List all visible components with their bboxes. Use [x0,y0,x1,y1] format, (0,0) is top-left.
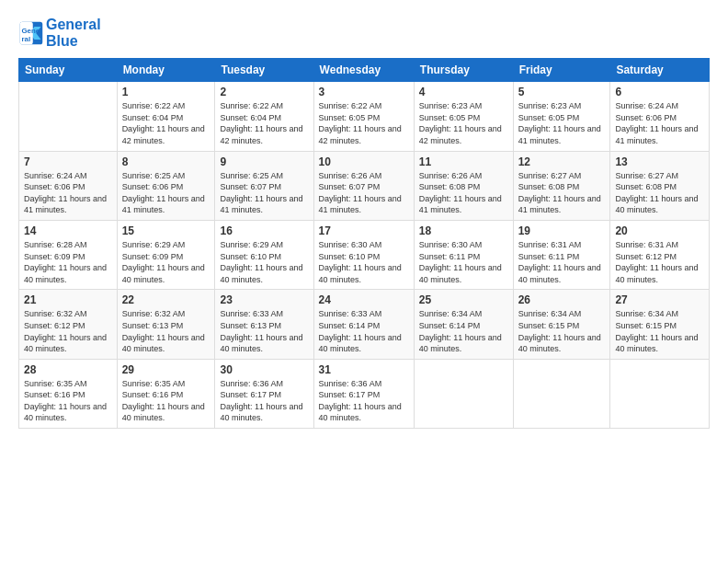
weekday-header: Wednesday [313,59,414,82]
day-info: Sunrise: 6:34 AM Sunset: 6:15 PM Dayligh… [518,308,606,354]
daylight-label: Daylight: 11 hours and 42 minutes. [319,124,402,145]
day-info: Sunrise: 6:34 AM Sunset: 6:15 PM Dayligh… [615,308,704,354]
sunset-label: Sunset: 6:16 PM [24,390,85,399]
day-info: Sunrise: 6:35 AM Sunset: 6:16 PM Dayligh… [24,378,112,424]
day-number: 8 [122,155,210,168]
daylight-label: Daylight: 11 hours and 40 minutes. [615,333,698,354]
sunset-label: Sunset: 6:09 PM [24,252,85,261]
calendar-week-row: 28 Sunrise: 6:35 AM Sunset: 6:16 PM Dayl… [19,359,710,428]
day-number: 31 [319,363,409,376]
day-info: Sunrise: 6:23 AM Sunset: 6:05 PM Dayligh… [419,100,508,146]
sunrise-label: Sunrise: 6:29 AM [220,240,283,249]
calendar-cell: 2 Sunrise: 6:22 AM Sunset: 6:04 PM Dayli… [215,82,313,151]
logo-text-line2: Blue [46,33,101,50]
day-info: Sunrise: 6:24 AM Sunset: 6:06 PM Dayligh… [615,100,704,146]
day-info: Sunrise: 6:27 AM Sunset: 6:08 PM Dayligh… [518,170,606,216]
sunrise-label: Sunrise: 6:33 AM [319,309,382,318]
sunrise-label: Sunrise: 6:35 AM [24,379,87,388]
day-info: Sunrise: 6:35 AM Sunset: 6:16 PM Dayligh… [122,378,210,424]
sunset-label: Sunset: 6:13 PM [122,321,184,330]
day-number: 3 [319,86,409,98]
sunrise-label: Sunrise: 6:35 AM [122,379,186,388]
calendar-cell: 17 Sunrise: 6:30 AM Sunset: 6:10 PM Dayl… [313,220,414,289]
calendar-cell: 14 Sunrise: 6:28 AM Sunset: 6:09 PM Dayl… [19,220,118,289]
sunset-label: Sunset: 6:11 PM [419,252,481,261]
day-info: Sunrise: 6:27 AM Sunset: 6:08 PM Dayligh… [615,170,704,216]
sunrise-label: Sunrise: 6:23 AM [518,101,582,110]
daylight-label: Daylight: 11 hours and 41 minutes. [220,194,302,215]
daylight-label: Daylight: 11 hours and 40 minutes. [24,263,107,284]
sunset-label: Sunset: 6:08 PM [518,182,580,191]
daylight-label: Daylight: 11 hours and 41 minutes. [419,194,502,215]
day-info: Sunrise: 6:32 AM Sunset: 6:13 PM Dayligh… [122,308,210,354]
daylight-label: Daylight: 11 hours and 41 minutes. [518,124,601,145]
calendar-cell [513,359,610,428]
day-number: 19 [518,224,606,237]
day-info: Sunrise: 6:29 AM Sunset: 6:09 PM Dayligh… [122,239,210,285]
sunset-label: Sunset: 6:07 PM [319,182,381,191]
day-number: 15 [122,224,210,237]
calendar-cell [610,359,710,428]
calendar-header-row: SundayMondayTuesdayWednesdayThursdayFrid… [19,59,710,82]
sunrise-label: Sunrise: 6:30 AM [419,240,483,249]
calendar-week-row: 14 Sunrise: 6:28 AM Sunset: 6:09 PM Dayl… [19,220,710,289]
calendar-cell: 3 Sunrise: 6:22 AM Sunset: 6:05 PM Dayli… [313,82,414,151]
sunrise-label: Sunrise: 6:28 AM [24,240,87,249]
sunrise-label: Sunrise: 6:22 AM [319,101,382,110]
sunrise-label: Sunrise: 6:27 AM [518,171,582,180]
sunset-label: Sunset: 6:15 PM [615,321,677,330]
sunrise-label: Sunrise: 6:31 AM [518,240,582,249]
day-number: 14 [24,224,112,237]
daylight-label: Daylight: 11 hours and 40 minutes. [615,194,698,215]
svg-text:Gene: Gene [22,27,40,35]
calendar-cell: 4 Sunrise: 6:23 AM Sunset: 6:05 PM Dayli… [414,82,513,151]
svg-text:ral: ral [22,34,31,42]
weekday-header: Tuesday [215,59,313,82]
sunset-label: Sunset: 6:08 PM [419,182,481,191]
day-number: 9 [220,155,308,168]
calendar-cell: 29 Sunrise: 6:35 AM Sunset: 6:16 PM Dayl… [117,359,215,428]
calendar-cell: 20 Sunrise: 6:31 AM Sunset: 6:12 PM Dayl… [610,220,710,289]
daylight-label: Daylight: 11 hours and 40 minutes. [220,402,302,423]
daylight-label: Daylight: 11 hours and 40 minutes. [122,402,205,423]
logo: Gene ral General Blue [18,17,101,49]
calendar-cell: 19 Sunrise: 6:31 AM Sunset: 6:11 PM Dayl… [513,220,610,289]
weekday-header: Saturday [610,59,710,82]
daylight-label: Daylight: 11 hours and 40 minutes. [319,263,402,284]
calendar-cell: 12 Sunrise: 6:27 AM Sunset: 6:08 PM Dayl… [513,151,610,220]
daylight-label: Daylight: 11 hours and 40 minutes. [122,333,205,354]
daylight-label: Daylight: 11 hours and 41 minutes. [615,124,698,145]
calendar-week-row: 7 Sunrise: 6:24 AM Sunset: 6:06 PM Dayli… [19,151,710,220]
sunset-label: Sunset: 6:17 PM [220,390,281,399]
day-number: 28 [24,363,112,376]
calendar-cell: 30 Sunrise: 6:36 AM Sunset: 6:17 PM Dayl… [215,359,313,428]
sunrise-label: Sunrise: 6:25 AM [122,171,186,180]
day-info: Sunrise: 6:26 AM Sunset: 6:07 PM Dayligh… [319,170,409,216]
sunset-label: Sunset: 6:05 PM [518,113,580,122]
sunrise-label: Sunrise: 6:33 AM [220,309,283,318]
calendar-cell: 9 Sunrise: 6:25 AM Sunset: 6:07 PM Dayli… [215,151,313,220]
sunrise-label: Sunrise: 6:26 AM [319,171,382,180]
calendar-cell: 27 Sunrise: 6:34 AM Sunset: 6:15 PM Dayl… [610,290,710,359]
calendar-cell: 24 Sunrise: 6:33 AM Sunset: 6:14 PM Dayl… [313,290,414,359]
daylight-label: Daylight: 11 hours and 40 minutes. [419,333,502,354]
calendar-cell: 25 Sunrise: 6:34 AM Sunset: 6:14 PM Dayl… [414,290,513,359]
day-info: Sunrise: 6:26 AM Sunset: 6:08 PM Dayligh… [419,170,508,216]
daylight-label: Daylight: 11 hours and 40 minutes. [419,263,502,284]
sunset-label: Sunset: 6:05 PM [319,113,381,122]
sunset-label: Sunset: 6:06 PM [615,113,677,122]
sunrise-label: Sunrise: 6:22 AM [220,101,283,110]
day-info: Sunrise: 6:31 AM Sunset: 6:12 PM Dayligh… [615,239,704,285]
day-info: Sunrise: 6:28 AM Sunset: 6:09 PM Dayligh… [24,239,112,285]
day-number: 11 [419,155,508,168]
sunset-label: Sunset: 6:14 PM [419,321,481,330]
sunrise-label: Sunrise: 6:25 AM [220,171,283,180]
sunset-label: Sunset: 6:06 PM [24,182,85,191]
sunrise-label: Sunrise: 6:27 AM [615,171,678,180]
day-info: Sunrise: 6:22 AM Sunset: 6:04 PM Dayligh… [220,100,308,146]
daylight-label: Daylight: 11 hours and 40 minutes. [24,333,107,354]
day-info: Sunrise: 6:24 AM Sunset: 6:06 PM Dayligh… [24,170,112,216]
day-info: Sunrise: 6:32 AM Sunset: 6:12 PM Dayligh… [24,308,112,354]
sunset-label: Sunset: 6:10 PM [319,252,381,261]
day-number: 29 [122,363,210,376]
